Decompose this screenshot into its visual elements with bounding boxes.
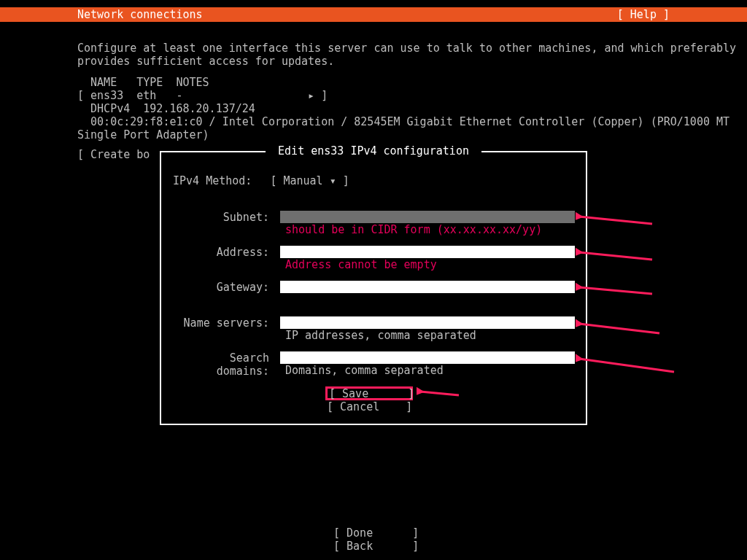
subnet-label: Subnet:	[173, 211, 269, 224]
edit-ipv4-dialog: Edit ens33 IPv4 configuration IPv4 Metho…	[160, 151, 587, 425]
nameservers-hint: IP addresses, comma separated	[285, 329, 476, 342]
page-title: Network connections	[77, 8, 203, 21]
arrow-annotation	[576, 319, 661, 335]
svg-line-4	[579, 359, 674, 372]
instructions-line2: provides sufficient access for updates.	[77, 55, 334, 68]
searchdomains-label: Search domains:	[173, 351, 269, 378]
address-input[interactable]	[280, 246, 575, 258]
ipv4-method-select[interactable]: [ Manual ▾ ]	[270, 174, 349, 187]
iface-mac-line1: 00:0c:29:f8:e1:c0 / Intel Corporation / …	[77, 115, 729, 128]
address-error: Address cannot be empty	[285, 258, 437, 271]
help-button[interactable]: [ Help ]	[617, 8, 670, 21]
nameservers-label: Name servers:	[173, 316, 269, 330]
nameservers-input[interactable]	[280, 316, 575, 329]
arrow-annotation	[576, 354, 676, 374]
done-button[interactable]: [ Done ]	[333, 526, 419, 540]
create-bond-button[interactable]: [ Create bo	[77, 148, 150, 161]
instructions-line1: Configure at least one interface this se…	[77, 42, 736, 55]
iface-header: NAME TYPE NOTES	[77, 76, 209, 89]
instructions: Configure at least one interface this se…	[77, 42, 736, 68]
cancel-button[interactable]: [ Cancel ]	[327, 400, 412, 413]
iface-dhcp: DHCPv4 192.168.20.137/24	[77, 102, 255, 115]
save-button[interactable]: [ Save ]	[325, 386, 413, 400]
subnet-error: should be in CIDR form (xx.xx.xx.xx/yy)	[285, 223, 542, 236]
searchdomains-input[interactable]	[280, 351, 575, 364]
subnet-input[interactable]	[280, 211, 575, 223]
arrow-annotation	[576, 211, 654, 226]
header-bar: Network connections [ Help ]	[0, 7, 747, 22]
interface-list: NAME TYPE NOTES [ ens33 eth - ▸ ] DHCPv4…	[77, 76, 729, 141]
ipv4-method-label: IPv4 Method:	[173, 174, 252, 187]
svg-line-0	[579, 217, 652, 224]
svg-line-1	[579, 252, 652, 260]
back-button[interactable]: [ Back ]	[333, 540, 419, 553]
gateway-label: Gateway:	[173, 281, 269, 294]
arrow-annotation	[576, 247, 654, 262]
svg-line-3	[579, 324, 659, 333]
address-label: Address:	[173, 246, 269, 259]
searchdomains-hint: Domains, comma separated	[285, 364, 444, 377]
gateway-input[interactable]	[280, 281, 575, 293]
svg-line-2	[579, 287, 652, 294]
arrow-annotation	[576, 282, 654, 298]
iface-mac-line2: Single Port Adapter)	[77, 128, 209, 141]
iface-row-ens33[interactable]: [ ens33 eth - ▸ ]	[77, 89, 328, 102]
